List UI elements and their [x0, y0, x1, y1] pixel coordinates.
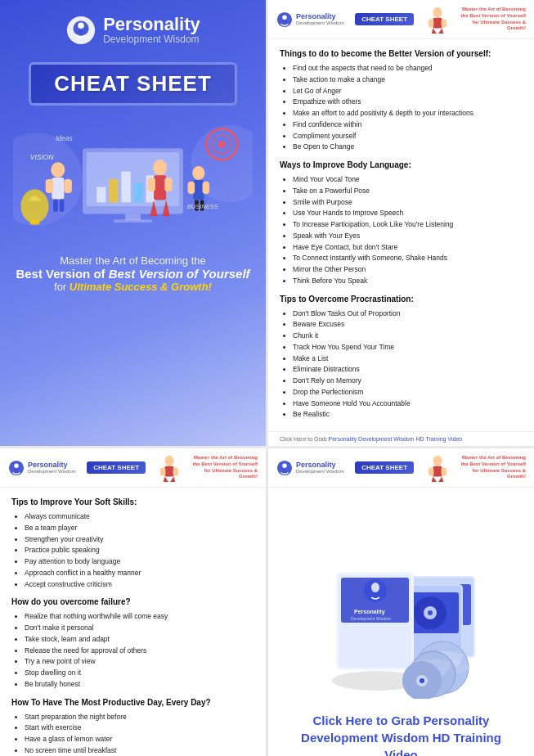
svg-rect-27 — [164, 178, 172, 191]
list-item: Start preparation the night before — [25, 712, 254, 722]
panel1-logo: Personality Development Wisdom — [276, 11, 344, 28]
svg-rect-29 — [193, 180, 204, 200]
svg-point-39 — [433, 7, 442, 18]
panel1-section1-list: Find out the aspects that need to be cha… — [280, 63, 523, 152]
cover-tagline1: Master the Art of Becoming the — [16, 254, 249, 267]
svg-point-28 — [192, 166, 204, 180]
list-item: Pay attention to body language — [25, 556, 254, 567]
list-item: To Increase Participation, Look Like You… — [293, 219, 523, 230]
content-panel-2: Personality Development Wisdom CHEAT SHE… — [0, 448, 266, 756]
panel1-section2-title: Ways to Improve Body Language: — [280, 159, 523, 171]
panel2-logo-icon — [8, 460, 25, 476]
panel1-content-body: Things to do to become the Better Versio… — [268, 39, 534, 431]
cover-logo-icon — [65, 15, 96, 46]
svg-rect-16 — [133, 183, 142, 203]
list-item: Accept constructive criticism — [25, 579, 254, 590]
cover-tagline3-highlight: Ultimate Success & Growth! — [70, 281, 212, 293]
svg-point-8 — [218, 141, 225, 148]
svg-rect-30 — [188, 182, 195, 194]
svg-rect-31 — [203, 182, 210, 194]
dvd-stack-illustration: Personality Development Wisdom — [312, 560, 491, 699]
panel2-logo: Personality Development Wisdom — [8, 460, 76, 476]
panel3-logo-text-area: Personality Development Wisdom — [296, 461, 344, 475]
svg-rect-53 — [428, 468, 433, 476]
cover-illustration: VISION Ideas BUSINESS — [13, 114, 253, 245]
svg-rect-47 — [159, 468, 164, 476]
svg-point-38 — [282, 15, 286, 19]
list-item: Chunk it — [293, 331, 523, 341]
cover-logo-name: Personality — [103, 16, 200, 34]
cover-illustration-svg: VISION Ideas BUSINESS — [13, 114, 253, 245]
panel2-section3-title: How To Have The Most Productive Day, Eve… — [11, 696, 254, 709]
svg-rect-19 — [52, 178, 64, 199]
panel2-header-figure — [157, 453, 182, 482]
list-item: Empathize with others — [293, 97, 523, 107]
panel3-header-figure — [425, 453, 450, 482]
svg-point-87 — [420, 678, 424, 683]
panel3-logo-sub: Development Wisdom — [296, 469, 344, 474]
list-item: Let Go of Anger — [293, 86, 523, 97]
panel2-section2-title: How do you overcome failure? — [11, 596, 254, 608]
panel2-section2-list: Realize that nothing worthwhile will com… — [11, 611, 254, 689]
panel1-footer: Click Here to Grab Personality Developme… — [268, 431, 534, 446]
list-item: Be Realistic — [293, 409, 523, 420]
list-item: Mirror the Other Person — [293, 264, 523, 275]
video-body: Personality Development Wisdom Click Her… — [268, 488, 534, 756]
list-item: Compliment yourself — [293, 131, 523, 142]
svg-point-1 — [78, 23, 84, 29]
panel1-section2-list: Mind Your Vocal Tone Take on a Powerful … — [280, 174, 523, 286]
panel1-logo-text-area: Personality Development Wisdom — [296, 13, 344, 26]
panel1-section3-title: Tips to Overcome Procrastination: — [280, 293, 523, 305]
svg-rect-25 — [154, 175, 166, 200]
svg-rect-41 — [428, 20, 433, 28]
svg-point-50 — [282, 463, 286, 467]
panel1-section3-list: Don't Blow Tasks Out of Proportion Bewar… — [280, 308, 523, 421]
svg-rect-15 — [121, 172, 130, 203]
panel2-content-body: Tips to Improve Your Soft Skills: Always… — [0, 488, 266, 756]
list-item: Stop dwelling on it — [25, 668, 254, 678]
list-item: Drop the Perfectionism — [293, 387, 523, 398]
panel3-header-right: Master the Art of Becoming the Best Vers… — [460, 455, 526, 480]
panel2-section1-title: Tips to Improve Your Soft Skills: — [11, 496, 254, 508]
list-item: Take action to make a change — [293, 74, 523, 85]
list-item: Don't Rely on Memory — [293, 376, 523, 386]
panel2-logo-sub: Development Wisdom — [28, 469, 76, 474]
cover-bottom-text: Master the Art of Becoming the Best Vers… — [16, 254, 249, 293]
panel2-header: Personality Development Wisdom CHEAT SHE… — [0, 448, 266, 488]
list-item: Have Eye Contact, but don't Stare — [293, 242, 523, 253]
list-item: Eliminate Distractions — [293, 364, 523, 375]
svg-point-51 — [433, 456, 442, 466]
svg-rect-12 — [114, 219, 152, 223]
panel2-logo-text-area: Personality Development Wisdom — [28, 461, 76, 475]
list-item: Start with exercise — [25, 722, 254, 733]
svg-text:Ideas: Ideas — [56, 134, 74, 142]
svg-point-18 — [51, 162, 65, 178]
svg-point-71 — [371, 583, 379, 592]
panel1-section1-title: Things to do to become the Better Versio… — [280, 47, 523, 60]
list-item: Beware Excuses — [293, 319, 523, 330]
panel1-logo-icon — [276, 11, 293, 28]
list-item: Find confidence within — [293, 119, 523, 130]
list-item: Always communicate — [25, 511, 254, 522]
video-panel: Personality Development Wisdom CHEAT SHE… — [268, 448, 534, 756]
list-item: Be Open to Change — [293, 142, 523, 152]
list-item: Don't make it personal — [25, 623, 254, 633]
list-item: No screen time until breakfast — [25, 745, 254, 756]
panel1-footer-link[interactable]: Personality Development Wisdom HD Traini… — [329, 436, 463, 442]
list-item: Track How You Spend Your Time — [293, 342, 523, 353]
cheat-sheet-label: CHEAT SHEET — [54, 71, 212, 96]
cover-panel: Personality Development Wisdom CHEAT SHE… — [0, 0, 266, 446]
list-item: Realize that nothing worthwhile will com… — [25, 611, 254, 622]
svg-text:Personality: Personality — [354, 609, 385, 615]
svg-rect-26 — [147, 178, 155, 191]
list-item: Mind Your Vocal Tone — [293, 174, 523, 185]
panel3-logo-name: Personality — [296, 461, 344, 470]
list-item: Make a List — [293, 353, 523, 364]
svg-rect-21 — [64, 179, 71, 193]
list-item: Be brutally honest — [25, 679, 254, 690]
video-cta-text[interactable]: Click Here to Grab Personality Developme… — [276, 712, 526, 757]
svg-rect-46 — [164, 466, 173, 477]
panel3-logo-icon — [276, 460, 293, 476]
list-item: Release the need for approval of others — [25, 646, 254, 656]
list-item: Make an effort to add positivity & depth… — [293, 108, 523, 119]
